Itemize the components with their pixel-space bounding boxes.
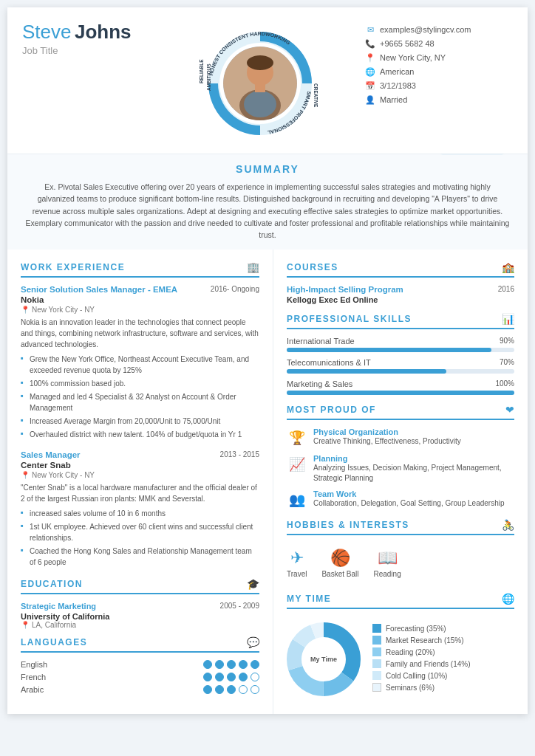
skill-2-bar-fill	[287, 369, 446, 374]
skill-3-pct: 100%	[495, 379, 514, 388]
job-2-dates: 2013 - 2015	[220, 450, 259, 458]
header-name-section: Steve Johns Job Title	[22, 21, 155, 56]
hobby-basketball: 🏀 Basket Ball	[321, 549, 358, 578]
bullet-item: 1st UK employee. Achieved over 60 client…	[21, 521, 259, 543]
contact-email: ✉ examples@stylingcv.com	[365, 24, 513, 35]
location-pin-icon: 📍	[21, 306, 30, 314]
job-1-company: Nokia	[21, 295, 259, 304]
profile-photo	[223, 47, 297, 120]
course-entry-1: High-Impact Selling Program 2016 Kellogg…	[287, 285, 514, 304]
proud-content-1: Physical Organization Creative Thinking,…	[313, 427, 461, 447]
lang-french-dots	[203, 673, 259, 681]
skill-3-name: Marketing & Sales	[287, 379, 352, 388]
pie-center-label: My Time	[310, 656, 337, 663]
dot-4	[239, 660, 248, 669]
legend-label-1: Forecasting (35%)	[386, 625, 446, 633]
hobby-reading: 📖 Reading	[373, 549, 401, 578]
hobby-basketball-label: Basket Ball	[321, 570, 358, 578]
legend-family: Family and Friends (14%)	[372, 659, 514, 668]
dot-2	[215, 660, 224, 669]
job-2-title: Sales Manager	[21, 450, 81, 459]
lang-arabic: Arabic	[21, 685, 259, 694]
legend-reading: Reading (20%)	[372, 647, 514, 656]
svg-text:AMBITIOUS: AMBITIOUS	[206, 63, 211, 91]
proud-desc-3: Collaboration, Delegation, Goal Setting,…	[313, 498, 505, 509]
legend-color-3	[372, 647, 381, 656]
dot-3	[227, 673, 236, 681]
edu-1-header: Strategic Marketing 2005 - 2009	[21, 602, 259, 611]
edu-1-location: 📍 LA, California	[21, 621, 259, 629]
job-2-header: Sales Manager 2013 - 2015	[21, 450, 259, 459]
lang-arabic-name: Arabic	[21, 685, 72, 694]
proud-item-1: 🏆 Physical Organization Creative Thinkin…	[287, 427, 514, 448]
bullet-item: Managed and led 4 Specialist & 32 Analys…	[21, 391, 259, 413]
contact-status: 👤 Married	[365, 94, 513, 105]
course-1-title: High-Impact Selling Program	[287, 285, 403, 294]
dot-1	[203, 673, 212, 681]
dot-5	[251, 685, 259, 694]
svg-rect-11	[255, 83, 265, 92]
skill-2-pct: 70%	[500, 358, 514, 367]
skill-1-bar-fill	[287, 348, 491, 352]
proud-content-3: Team Work Collaboration, Delegation, Goa…	[313, 489, 505, 509]
skill-1-name: International Trade	[287, 337, 355, 346]
hobby-reading-label: Reading	[373, 570, 401, 578]
skills-list: International Trade 90% Telecomunication…	[287, 337, 514, 395]
education-header: EDUCATION 🎓	[21, 578, 259, 594]
summary-section: SUMMARY Ex. Pivotal Sales Executive offe…	[7, 154, 528, 250]
hobbies-row: ✈ Travel 🏀 Basket Ball 📖 Reading	[287, 543, 514, 584]
basketball-icon: 🏀	[330, 549, 350, 568]
courses-icon: 🏫	[502, 261, 514, 273]
bullet-item: Coached the Hong Kong Sales and Relation…	[21, 546, 259, 568]
dot-5	[251, 673, 259, 681]
proud-title-1: Physical Organization	[313, 427, 461, 436]
job-2-company: Center Snab	[21, 461, 259, 470]
proud-desc-1: Creative Thinking, Effectiveness, Produc…	[313, 436, 461, 447]
legend-color-5	[372, 671, 381, 680]
skill-3-bar-bg	[287, 391, 514, 395]
summary-title: SUMMARY	[25, 163, 510, 175]
summary-text: Ex. Pivotal Sales Executive offering ove…	[25, 181, 510, 241]
proud-icon-1: 🏆	[287, 427, 307, 448]
legend-seminars: Seminars (6%)	[372, 683, 514, 692]
main-content: WORK EXPERIENCE 🏢 Senior Solution Sales …	[7, 250, 528, 714]
hobbies-title: HOBBIES & INTERESTS	[287, 520, 409, 530]
location-pin-icon-2: 📍	[21, 471, 30, 479]
dot-4	[239, 685, 248, 694]
proud-icon-3: 👥	[287, 489, 307, 510]
phone-icon: 📞	[365, 38, 375, 49]
location-icon: 📍	[365, 52, 375, 63]
skill-2-name: Telecomunications & IT	[287, 358, 371, 367]
contact-phone: 📞 +9665 5682 48	[365, 38, 513, 49]
contact-section: ✉ examples@stylingcv.com 📞 +9665 5682 48…	[365, 21, 513, 109]
job-entry-2: Sales Manager 2013 - 2015 Center Snab 📍 …	[21, 450, 259, 568]
legend-label-3: Reading (20%)	[386, 648, 435, 656]
status-icon: 👤	[365, 94, 375, 105]
job-entry-1: Senior Solution Sales Manager - EMEA 201…	[21, 285, 259, 440]
contact-dob: 📅 3/12/1983	[365, 80, 513, 91]
skill-2: Telecomunications & IT 70%	[287, 358, 514, 374]
languages-header: LANGUAGES 💬	[21, 636, 259, 653]
hobby-travel: ✈ Travel	[287, 549, 307, 578]
skill-1-bar-bg	[287, 348, 514, 352]
job-1-title: Senior Solution Sales Manager - EMEA	[21, 285, 177, 294]
right-column: COURSES 🏫 High-Impact Selling Program 20…	[273, 250, 528, 714]
courses-header: COURSES 🏫	[287, 261, 514, 278]
proud-title: MOST PROUD OF	[287, 405, 376, 415]
education-icon: 🎓	[247, 578, 259, 590]
my-time-header: MY TIME 🌐	[287, 593, 514, 609]
skill-3-header: Marketing & Sales 100%	[287, 379, 514, 388]
dot-3	[227, 660, 236, 669]
full-name: Steve Johns	[22, 21, 155, 44]
email-icon: ✉	[365, 24, 375, 35]
proud-item-3: 👥 Team Work Collaboration, Delegation, G…	[287, 489, 514, 510]
lang-english: English	[21, 660, 259, 669]
proud-content-2: Planning Analyzing Issues, Decision Maki…	[313, 454, 514, 484]
legend-color-4	[372, 659, 381, 668]
dot-3	[227, 685, 236, 694]
legend-forecasting: Forecasting (35%)	[372, 624, 514, 633]
dot-4	[239, 673, 248, 681]
languages-list: English French	[21, 660, 259, 694]
bullet-item: Overhauled district with new talent. 104…	[21, 429, 259, 440]
proud-title-3: Team Work	[313, 489, 505, 498]
